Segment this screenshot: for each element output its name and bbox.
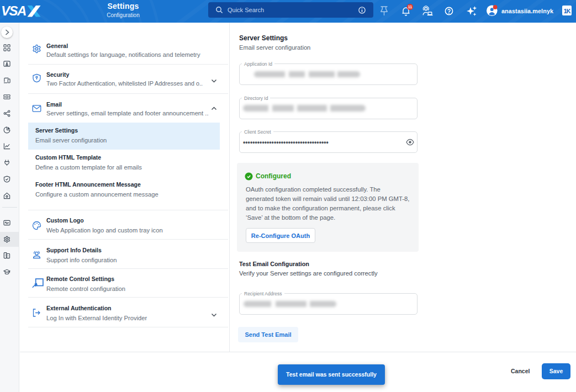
svg-text:VSA: VSA — [2, 4, 26, 18]
